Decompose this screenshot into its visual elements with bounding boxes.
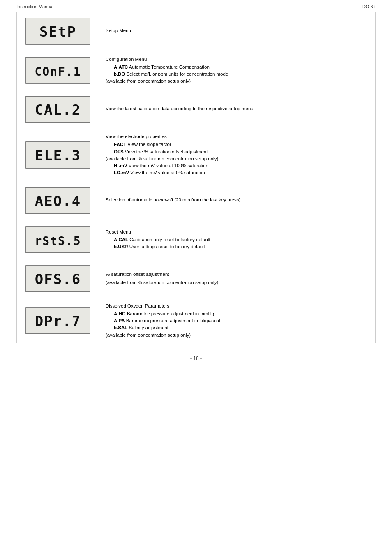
- page: Instruction Manual DO 6+ SEtPSetup MenuC…: [0, 0, 392, 555]
- table-row: ELE.3View the electrode propertiesFACT V…: [17, 129, 375, 181]
- display-cell-ofs: OFS.6: [17, 259, 99, 298]
- svg-text:ELE.3: ELE.3: [35, 147, 81, 164]
- row-item: (available from % saturation concentrati…: [106, 155, 369, 162]
- row-item: OFS View the % saturation offset adjustm…: [106, 148, 369, 155]
- svg-text:COnF.1: COnF.1: [35, 65, 81, 79]
- desc-cell-ele: View the electrode propertiesFACT View t…: [99, 129, 375, 181]
- svg-text:rStS.5: rStS.5: [35, 234, 81, 248]
- row-item: A.PA Barometric pressure adjustment in k…: [106, 317, 369, 324]
- footer: - 18 -: [0, 343, 392, 374]
- row-item: HI.mV View the mV value at 100% saturati…: [106, 162, 369, 169]
- page-number: - 18 -: [190, 356, 202, 361]
- row-title-ofs: % saturation offset adjustment: [106, 271, 369, 278]
- desc-cell-aeo: Selection of automatic power-off (20 min…: [99, 181, 375, 220]
- header-right: DO 6+: [362, 4, 376, 9]
- row-item: (available from concentration setup only…: [106, 78, 369, 85]
- display-cell-dpr: DPr.7: [17, 298, 99, 343]
- row-item: A.CAL Calibration only reset to factory …: [106, 236, 369, 243]
- desc-cell-ofs: % saturation offset adjustment(available…: [99, 259, 375, 298]
- desc-cell-setp: Setup Menu: [99, 12, 375, 51]
- row-item: FACT View the slope factor: [106, 141, 369, 148]
- row-title-ele: View the electrode properties: [106, 133, 369, 140]
- display-cell-cal: CAL.2: [17, 90, 99, 129]
- row-item: A.HG Barometric pressure adjustment in m…: [106, 310, 369, 317]
- display-cell-rsts: rStS.5: [17, 220, 99, 259]
- main-table: SEtPSetup MenuCOnF.1Configuration MenuA.…: [16, 12, 376, 343]
- row-item: A.ATC Automatic Temperature Compensation: [106, 64, 369, 71]
- table-row: CAL.2View the latest calibration data ac…: [17, 90, 375, 129]
- table-row: OFS.6% saturation offset adjustment(avai…: [17, 259, 375, 298]
- table-row: SEtPSetup Menu: [17, 12, 375, 51]
- svg-text:CAL.2: CAL.2: [35, 102, 81, 118]
- row-title-setp: Setup Menu: [106, 27, 369, 34]
- row-item: LO.mV View the mV value at 0% saturation: [106, 169, 369, 176]
- row-title-cal: View the latest calibration data accordi…: [106, 105, 369, 112]
- row-item: (available from concentration setup only…: [106, 332, 369, 339]
- display-cell-setp: SEtP: [17, 12, 99, 51]
- row-title-rsts: Reset Menu: [106, 229, 369, 236]
- desc-cell-rsts: Reset MenuA.CAL Calibration only reset t…: [99, 220, 375, 259]
- table-row: AEO.4Selection of automatic power-off (2…: [17, 181, 375, 220]
- desc-cell-dpr: Dissolved Oxygen ParametersA.HG Barometr…: [99, 298, 375, 343]
- row-item: b.SAL Salinity adjustment: [106, 324, 369, 331]
- table-row: DPr.7Dissolved Oxygen ParametersA.HG Bar…: [17, 298, 375, 343]
- table-row: COnF.1Configuration MenuA.ATC Automatic …: [17, 51, 375, 90]
- row-title-aeo: Selection of automatic power-off (20 min…: [106, 197, 369, 204]
- display-cell-conf: COnF.1: [17, 51, 99, 90]
- desc-cell-cal: View the latest calibration data accordi…: [99, 90, 375, 129]
- svg-text:SEtP: SEtP: [39, 23, 76, 40]
- svg-text:DPr.7: DPr.7: [35, 313, 81, 329]
- row-title-conf: Configuration Menu: [106, 56, 369, 63]
- row-description: (available from % saturation concentrati…: [106, 279, 369, 286]
- header-left: Instruction Manual: [16, 4, 53, 9]
- display-cell-aeo: AEO.4: [17, 181, 99, 220]
- desc-cell-conf: Configuration MenuA.ATC Automatic Temper…: [99, 51, 375, 90]
- svg-text:OFS.6: OFS.6: [35, 271, 81, 287]
- svg-text:AEO.4: AEO.4: [35, 193, 81, 209]
- row-item: b.DO Select mg/L or ppm units for concen…: [106, 71, 369, 78]
- header: Instruction Manual DO 6+: [0, 0, 392, 12]
- display-cell-ele: ELE.3: [17, 129, 99, 181]
- table-row: rStS.5Reset MenuA.CAL Calibration only r…: [17, 220, 375, 259]
- row-item: b.USR User settings reset to factory def…: [106, 243, 369, 250]
- row-title-dpr: Dissolved Oxygen Parameters: [106, 303, 369, 310]
